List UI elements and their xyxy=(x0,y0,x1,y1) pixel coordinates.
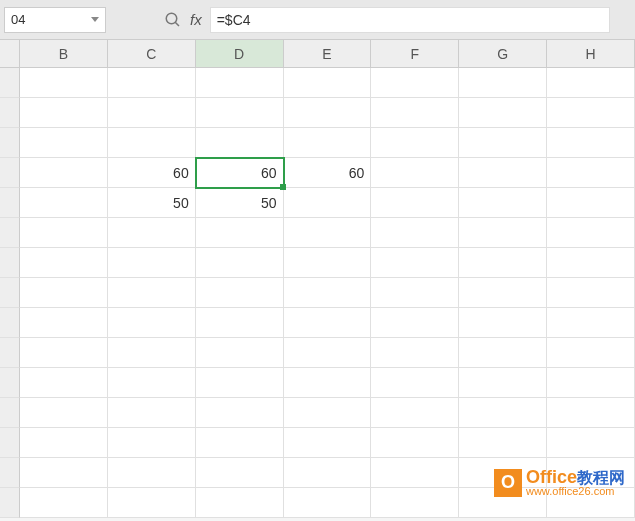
cell-E14[interactable] xyxy=(284,458,372,488)
cell-B15[interactable] xyxy=(20,488,108,518)
cell-D9[interactable] xyxy=(196,308,284,338)
cell-B14[interactable] xyxy=(20,458,108,488)
cell-E15[interactable] xyxy=(284,488,372,518)
cell-G4[interactable] xyxy=(459,158,547,188)
cell-F6[interactable] xyxy=(371,218,459,248)
cell-H10[interactable] xyxy=(547,338,635,368)
col-header-d[interactable]: D xyxy=(196,40,284,67)
cell-E4[interactable]: 60 xyxy=(284,158,372,188)
cell-F2[interactable] xyxy=(371,98,459,128)
cell-D5[interactable]: 50 xyxy=(196,188,284,218)
cell-C6[interactable] xyxy=(108,218,196,248)
cell-H13[interactable] xyxy=(547,428,635,458)
cell-H6[interactable] xyxy=(547,218,635,248)
cell-E13[interactable] xyxy=(284,428,372,458)
cell-D6[interactable] xyxy=(196,218,284,248)
cell-C10[interactable] xyxy=(108,338,196,368)
cell-B5[interactable] xyxy=(20,188,108,218)
cell-E2[interactable] xyxy=(284,98,372,128)
cell-C12[interactable] xyxy=(108,398,196,428)
cell-F12[interactable] xyxy=(371,398,459,428)
row-header[interactable] xyxy=(0,98,20,128)
cell-D1[interactable] xyxy=(196,68,284,98)
cell-H11[interactable] xyxy=(547,368,635,398)
cell-E12[interactable] xyxy=(284,398,372,428)
cell-C15[interactable] xyxy=(108,488,196,518)
cell-E11[interactable] xyxy=(284,368,372,398)
cell-E1[interactable] xyxy=(284,68,372,98)
cell-H3[interactable] xyxy=(547,128,635,158)
cell-D12[interactable] xyxy=(196,398,284,428)
cell-E8[interactable] xyxy=(284,278,372,308)
row-header[interactable] xyxy=(0,218,20,248)
cell-C4[interactable]: 60 xyxy=(108,158,196,188)
cell-C1[interactable] xyxy=(108,68,196,98)
row-header[interactable] xyxy=(0,248,20,278)
fill-handle[interactable] xyxy=(280,184,286,190)
cell-C13[interactable] xyxy=(108,428,196,458)
cell-F4[interactable] xyxy=(371,158,459,188)
cell-H9[interactable] xyxy=(547,308,635,338)
cell-D14[interactable] xyxy=(196,458,284,488)
cell-D3[interactable] xyxy=(196,128,284,158)
name-box[interactable]: 04 xyxy=(4,7,106,33)
cell-G13[interactable] xyxy=(459,428,547,458)
cell-B6[interactable] xyxy=(20,218,108,248)
row-header[interactable] xyxy=(0,458,20,488)
cell-E5[interactable] xyxy=(284,188,372,218)
cell-H4[interactable] xyxy=(547,158,635,188)
cell-G12[interactable] xyxy=(459,398,547,428)
row-header[interactable] xyxy=(0,128,20,158)
cell-F8[interactable] xyxy=(371,278,459,308)
cell-D4[interactable]: 60 xyxy=(196,158,284,188)
cell-C2[interactable] xyxy=(108,98,196,128)
col-header-e[interactable]: E xyxy=(284,40,372,67)
cell-D11[interactable] xyxy=(196,368,284,398)
col-header-f[interactable]: F xyxy=(371,40,459,67)
cell-E10[interactable] xyxy=(284,338,372,368)
cell-B8[interactable] xyxy=(20,278,108,308)
cell-B13[interactable] xyxy=(20,428,108,458)
cell-F14[interactable] xyxy=(371,458,459,488)
cell-H5[interactable] xyxy=(547,188,635,218)
cell-C5[interactable]: 50 xyxy=(108,188,196,218)
cell-G11[interactable] xyxy=(459,368,547,398)
cell-C3[interactable] xyxy=(108,128,196,158)
cell-F5[interactable] xyxy=(371,188,459,218)
cell-H8[interactable] xyxy=(547,278,635,308)
row-header[interactable] xyxy=(0,338,20,368)
cell-C14[interactable] xyxy=(108,458,196,488)
cell-G9[interactable] xyxy=(459,308,547,338)
cell-E7[interactable] xyxy=(284,248,372,278)
cell-E9[interactable] xyxy=(284,308,372,338)
cell-B7[interactable] xyxy=(20,248,108,278)
cell-F1[interactable] xyxy=(371,68,459,98)
cell-C7[interactable] xyxy=(108,248,196,278)
cell-B2[interactable] xyxy=(20,98,108,128)
cell-C11[interactable] xyxy=(108,368,196,398)
cell-D8[interactable] xyxy=(196,278,284,308)
cell-B1[interactable] xyxy=(20,68,108,98)
cell-D13[interactable] xyxy=(196,428,284,458)
cell-G8[interactable] xyxy=(459,278,547,308)
cell-G1[interactable] xyxy=(459,68,547,98)
cell-G6[interactable] xyxy=(459,218,547,248)
cell-E6[interactable] xyxy=(284,218,372,248)
row-header[interactable] xyxy=(0,68,20,98)
zoom-icon[interactable] xyxy=(164,11,182,29)
fx-label[interactable]: fx xyxy=(190,11,202,28)
cell-B3[interactable] xyxy=(20,128,108,158)
cell-F15[interactable] xyxy=(371,488,459,518)
row-header[interactable] xyxy=(0,488,20,518)
cell-F10[interactable] xyxy=(371,338,459,368)
cell-G5[interactable] xyxy=(459,188,547,218)
corner-cell[interactable] xyxy=(0,40,20,67)
cell-F13[interactable] xyxy=(371,428,459,458)
cell-F7[interactable] xyxy=(371,248,459,278)
cell-H1[interactable] xyxy=(547,68,635,98)
cell-D10[interactable] xyxy=(196,338,284,368)
cell-G3[interactable] xyxy=(459,128,547,158)
cell-C8[interactable] xyxy=(108,278,196,308)
row-header[interactable] xyxy=(0,278,20,308)
cell-D15[interactable] xyxy=(196,488,284,518)
